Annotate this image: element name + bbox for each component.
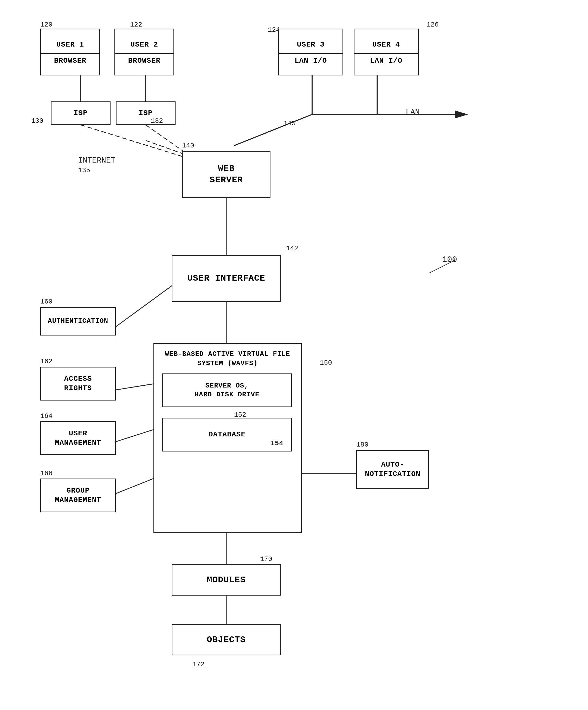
wavfs-box: WEB-BASED ACTIVE VIRTUAL FILE SYSTEM (WA… xyxy=(154,343,302,533)
label-170: 170 xyxy=(260,555,272,563)
authentication-label: AUTHENTICATION xyxy=(48,317,108,326)
label-122: 122 xyxy=(130,21,142,29)
user2-browser-label: BROWSER xyxy=(115,53,173,68)
user4-box: USER 4 LAN I/O xyxy=(354,29,419,75)
user2-label: USER 2 xyxy=(128,37,161,53)
diagram: 120 122 124 126 USER 1 BROWSER USER 2 BR… xyxy=(0,0,588,710)
user-interface-label: USER INTERFACE xyxy=(187,273,265,284)
database-box: DATABASE 154 xyxy=(162,418,292,451)
label-164: 164 xyxy=(40,412,52,420)
label-162: 162 xyxy=(40,358,52,365)
svg-line-2 xyxy=(80,125,198,161)
web-server-box: WEB SERVER xyxy=(182,151,271,198)
label-150: 150 xyxy=(320,359,332,367)
svg-line-8 xyxy=(234,114,312,146)
user3-lanio-label: LAN I/O xyxy=(279,53,343,68)
label-120: 120 xyxy=(40,21,52,29)
user3-box: USER 3 LAN I/O xyxy=(278,29,343,75)
label-166: 166 xyxy=(40,469,52,477)
database-label: DATABASE xyxy=(209,430,245,439)
label-135: 135 xyxy=(78,166,90,174)
isp2-label: ISP xyxy=(139,109,152,118)
group-management-label: GROUP MANAGEMENT xyxy=(55,486,101,505)
label-180: 180 xyxy=(356,441,369,449)
label-154: 154 xyxy=(271,439,283,448)
auto-notification-box: AUTO- NOTIFICATION xyxy=(356,450,429,489)
label-172: 172 xyxy=(192,661,205,668)
objects-box: OBJECTS xyxy=(172,624,281,655)
objects-label: OBJECTS xyxy=(207,634,246,645)
wavfs-title: WEB-BASED ACTIVE VIRTUAL FILE SYSTEM (WA… xyxy=(154,344,301,371)
isp1-box: ISP xyxy=(51,101,111,125)
modules-label: MODULES xyxy=(207,574,246,586)
access-rights-box: ACCESS RIGHTS xyxy=(40,367,116,401)
label-142: 142 xyxy=(286,244,298,252)
label-100: 100 xyxy=(442,255,457,264)
user-management-label: USER MANAGEMENT xyxy=(55,429,101,448)
label-160: 160 xyxy=(40,298,52,306)
svg-line-4 xyxy=(146,140,182,153)
authentication-box: AUTHENTICATION xyxy=(40,307,116,335)
lan-label: LAN xyxy=(406,108,420,117)
user-interface-box: USER INTERFACE xyxy=(172,255,281,302)
user2-box: USER 2 BROWSER xyxy=(114,29,174,75)
user1-label: USER 1 xyxy=(54,37,87,53)
internet-label: INTERNET xyxy=(78,156,115,165)
label-140: 140 xyxy=(182,142,194,149)
web-server-label: WEB SERVER xyxy=(210,163,243,186)
label-130: 130 xyxy=(31,117,43,125)
server-os-label: SERVER OS, HARD DISK DRIVE xyxy=(194,381,259,399)
user1-browser-label: BROWSER xyxy=(41,53,99,68)
user3-label: USER 3 xyxy=(295,37,327,53)
svg-marker-10 xyxy=(455,111,468,118)
label-145: 145 xyxy=(283,120,296,127)
auto-notification-label: AUTO- NOTIFICATION xyxy=(365,460,421,479)
user1-box: USER 1 BROWSER xyxy=(40,29,100,75)
user4-lanio-label: LAN I/O xyxy=(354,53,418,68)
isp2-box: ISP xyxy=(116,101,175,125)
modules-box: MODULES xyxy=(172,564,281,596)
server-os-box: SERVER OS, HARD DISK DRIVE xyxy=(162,374,292,407)
access-rights-label: ACCESS RIGHTS xyxy=(64,374,92,393)
label-126: 126 xyxy=(426,21,439,29)
label-132: 132 xyxy=(151,117,163,125)
user4-label: USER 4 xyxy=(370,37,403,53)
label-152: 152 xyxy=(234,411,246,419)
isp1-label: ISP xyxy=(74,109,87,118)
group-management-box: GROUP MANAGEMENT xyxy=(40,478,116,512)
user-management-box: USER MANAGEMENT xyxy=(40,421,116,455)
